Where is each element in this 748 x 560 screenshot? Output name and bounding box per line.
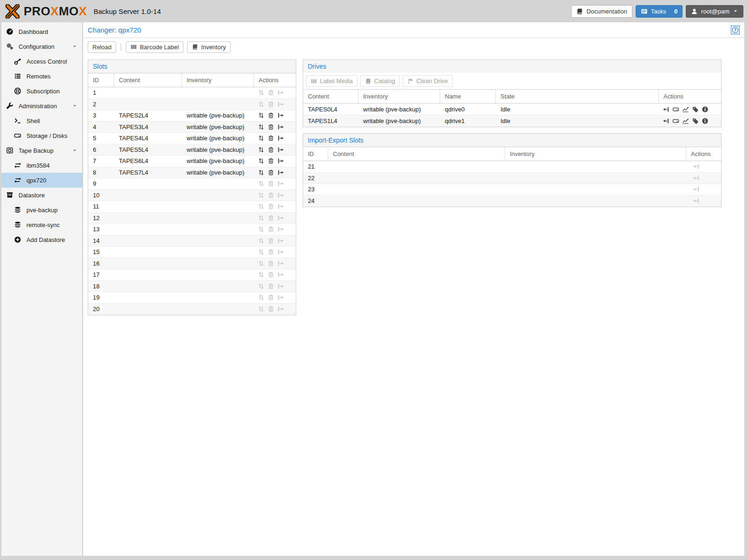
drive-icon[interactable]: [672, 117, 679, 124]
chevron-down-icon[interactable]: [72, 148, 78, 153]
inventory-button[interactable]: Inventory: [187, 41, 230, 53]
table-row[interactable]: 10: [88, 190, 296, 202]
info-icon[interactable]: [702, 106, 709, 113]
table-row[interactable]: 7TAPES6L4writable (pve-backup): [88, 156, 296, 167]
table-row[interactable]: 18: [88, 281, 296, 293]
table-row[interactable]: 13: [88, 224, 296, 235]
label-media-button[interactable]: Label Media: [306, 75, 358, 87]
sidebar-item-add-datastore[interactable]: Add Datastore: [1, 232, 82, 247]
sidebar-item-label: Datastore: [19, 192, 45, 199]
table-row[interactable]: 5TAPES4L4writable (pve-backup): [88, 133, 296, 144]
tag-icon[interactable]: [692, 117, 699, 124]
column-header-content[interactable]: Content: [114, 73, 182, 87]
chevron-down-icon[interactable]: [72, 44, 78, 49]
column-header-inventory[interactable]: Inventory: [182, 73, 254, 87]
table-row[interactable]: 24: [303, 195, 721, 207]
drive-icon[interactable]: [672, 106, 679, 113]
tag-icon[interactable]: [692, 106, 699, 113]
table-row[interactable]: 4TAPES3L4writable (pve-backup): [88, 122, 296, 133]
reload-button[interactable]: Reload: [88, 41, 116, 53]
export-icon[interactable]: [277, 112, 284, 119]
table-row[interactable]: 15: [88, 247, 296, 258]
user-menu-button[interactable]: root@pam: [686, 5, 743, 18]
column-header-actions[interactable]: Actions: [254, 73, 296, 87]
sidebar-item-storage-disks[interactable]: Storage / Disks: [1, 128, 82, 143]
sidebar-item-subscription[interactable]: Subscription: [1, 84, 82, 98]
table-row[interactable]: TAPES0L4writable (pve-backup)qdrive0Idle: [303, 104, 721, 115]
table-row[interactable]: 9: [88, 178, 296, 190]
sidebar-item-configuration[interactable]: Configuration: [1, 39, 82, 54]
export-icon[interactable]: [277, 124, 284, 130]
column-header-content[interactable]: Content: [328, 147, 505, 161]
chart-line-icon[interactable]: [682, 117, 689, 124]
sidebar-item-remote-sync[interactable]: remote-sync: [1, 217, 82, 232]
info-icon[interactable]: [702, 117, 709, 124]
transfer-icon[interactable]: [258, 169, 265, 176]
unload-icon[interactable]: [663, 117, 670, 124]
table-row[interactable]: TAPES1L4writable (pve-backup)qdrive1Idle: [303, 115, 721, 127]
trash-icon[interactable]: [267, 135, 274, 142]
barcode-label-button[interactable]: Barcode Label: [126, 41, 183, 53]
column-header-state[interactable]: State: [496, 90, 659, 103]
chart-line-icon[interactable]: [682, 106, 689, 113]
sidebar-item-dashboard[interactable]: Dashboard: [1, 24, 82, 39]
column-header-actions[interactable]: Actions: [659, 90, 721, 103]
transfer-icon[interactable]: [258, 157, 265, 164]
sidebar-item-administration[interactable]: Administration: [1, 98, 82, 113]
trash-icon[interactable]: [267, 146, 274, 153]
export-icon[interactable]: [277, 157, 284, 164]
column-header-actions[interactable]: Actions: [686, 147, 721, 161]
sidebar-item-ibm3584[interactable]: ibm3584: [1, 158, 82, 173]
table-row[interactable]: 2: [88, 99, 296, 111]
table-row[interactable]: 12: [88, 213, 296, 224]
transfer-icon[interactable]: [258, 146, 265, 153]
table-row[interactable]: 8TAPES7L4writable (pve-backup): [88, 167, 296, 179]
trash-icon[interactable]: [267, 112, 274, 119]
column-header-inventory[interactable]: Inventory: [358, 90, 440, 103]
table-cell: 8: [88, 169, 114, 176]
transfer-icon[interactable]: [258, 135, 265, 142]
sidebar-item-remotes[interactable]: Remotes: [1, 69, 82, 84]
tasks-button[interactable]: Tasks 0: [636, 5, 683, 18]
unload-icon[interactable]: [663, 106, 670, 113]
table-row[interactable]: 21: [303, 161, 721, 173]
clean-drive-button[interactable]: Clean Drive: [403, 75, 453, 87]
table-row[interactable]: 22: [303, 173, 721, 184]
table-row[interactable]: 16: [88, 258, 296, 270]
sidebar-item-shell[interactable]: Shell: [1, 113, 82, 128]
column-header-content[interactable]: Content: [303, 90, 358, 103]
transfer-icon[interactable]: [258, 124, 265, 130]
table-row[interactable]: 14: [88, 235, 296, 247]
column-header-inventory[interactable]: Inventory: [505, 147, 686, 161]
column-header-id[interactable]: ID: [88, 73, 114, 87]
documentation-button[interactable]: Documentation: [571, 5, 632, 18]
table-row[interactable]: 19: [88, 292, 296, 304]
export-icon[interactable]: [277, 135, 284, 142]
table-row[interactable]: 11: [88, 201, 296, 213]
table-row[interactable]: 3TAPES2L4writable (pve-backup): [88, 110, 296, 122]
trash-icon[interactable]: [267, 169, 274, 176]
chevron-down-icon[interactable]: [72, 103, 78, 109]
help-button[interactable]: ?: [731, 26, 740, 34]
export-icon[interactable]: [277, 169, 284, 176]
table-row[interactable]: 20: [88, 304, 296, 315]
export-icon: [277, 260, 284, 267]
catalog-button[interactable]: Catalog: [360, 75, 400, 87]
table-row[interactable]: 1: [88, 87, 296, 99]
sidebar-item-datastore[interactable]: Datastore: [1, 188, 82, 202]
table-row[interactable]: 23: [303, 184, 721, 195]
column-header-name[interactable]: Name: [440, 90, 496, 103]
transfer-icon: [258, 248, 265, 255]
sidebar-item-pve-backup[interactable]: pve-backup: [1, 202, 82, 217]
table-row[interactable]: 17: [88, 269, 296, 281]
sidebar-item-access-control[interactable]: Access Control: [1, 54, 82, 69]
table-row[interactable]: 6TAPES5L4writable (pve-backup): [88, 144, 296, 156]
transfer-icon[interactable]: [258, 112, 265, 119]
trash-icon[interactable]: [267, 124, 274, 130]
column-header-id[interactable]: ID: [303, 147, 328, 161]
export-icon[interactable]: [277, 146, 284, 153]
trash-icon[interactable]: [267, 157, 274, 164]
sidebar-item-qpx720[interactable]: qpx720: [1, 173, 82, 188]
export-icon: [277, 192, 284, 199]
sidebar-item-tape-backup[interactable]: Tape Backup: [1, 143, 82, 158]
